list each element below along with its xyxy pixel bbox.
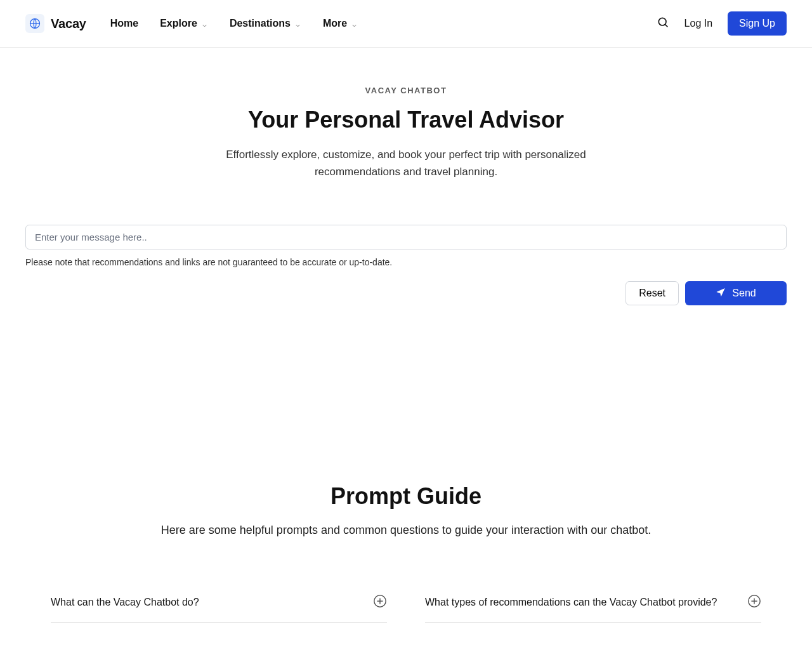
chevron-down-icon: [351, 20, 358, 27]
plus-circle-icon: [373, 594, 387, 611]
brand-logo[interactable]: Vacay: [25, 14, 86, 33]
guide-subtitle: Here are some helpful prompts and common…: [25, 524, 787, 537]
signup-button[interactable]: Sign Up: [728, 11, 787, 36]
send-icon: [716, 287, 726, 300]
nav-more[interactable]: More: [323, 18, 358, 29]
chat-actions: Reset Send: [25, 281, 787, 305]
top-header: Vacay Home Explore Destinations More: [0, 0, 812, 48]
chat-input[interactable]: [25, 225, 787, 249]
hero-subtitle: Effortlessly explore, customize, and boo…: [184, 146, 628, 180]
nav-more-label: More: [323, 18, 347, 29]
chat-disclaimer: Please note that recommendations and lin…: [25, 257, 787, 267]
chevron-down-icon: [201, 20, 208, 27]
guide-title: Prompt Guide: [25, 483, 787, 510]
chevron-down-icon: [294, 20, 301, 27]
nav-destinations[interactable]: Destinations: [230, 18, 301, 29]
hero-section: VACAY CHATBOT Your Personal Travel Advis…: [184, 86, 628, 180]
nav-home-label: Home: [110, 18, 138, 29]
main-nav: Home Explore Destinations More: [110, 18, 358, 29]
hero-title: Your Personal Travel Advisor: [184, 107, 628, 133]
globe-icon: [25, 14, 44, 33]
brand-name: Vacay: [51, 17, 86, 31]
faq-item[interactable]: What can the Vacay Chatbot do?: [51, 594, 387, 623]
hero-eyebrow: VACAY CHATBOT: [184, 86, 628, 95]
plus-circle-icon: [747, 594, 761, 611]
svg-line-2: [665, 24, 667, 27]
header-left: Vacay Home Explore Destinations More: [25, 14, 358, 33]
svg-point-1: [658, 18, 666, 25]
prompt-guide-section: Prompt Guide Here are some helpful promp…: [25, 483, 787, 537]
nav-home[interactable]: Home: [110, 18, 138, 29]
header-right: Log In Sign Up: [657, 11, 787, 36]
send-button[interactable]: Send: [685, 281, 787, 305]
main-content: VACAY CHATBOT Your Personal Travel Advis…: [0, 48, 812, 623]
faq-item[interactable]: What types of recommendations can the Va…: [425, 594, 761, 623]
reset-button[interactable]: Reset: [625, 281, 679, 305]
chat-section: Please note that recommendations and lin…: [25, 225, 787, 305]
faq-question: What types of recommendations can the Va…: [425, 597, 717, 608]
nav-explore[interactable]: Explore: [160, 18, 208, 29]
login-link[interactable]: Log In: [684, 18, 712, 29]
nav-explore-label: Explore: [160, 18, 197, 29]
send-label: Send: [732, 288, 756, 299]
nav-destinations-label: Destinations: [230, 18, 291, 29]
faq-question: What can the Vacay Chatbot do?: [51, 597, 199, 608]
search-icon[interactable]: [657, 16, 669, 31]
faq-grid: What can the Vacay Chatbot do? What type…: [25, 594, 787, 623]
